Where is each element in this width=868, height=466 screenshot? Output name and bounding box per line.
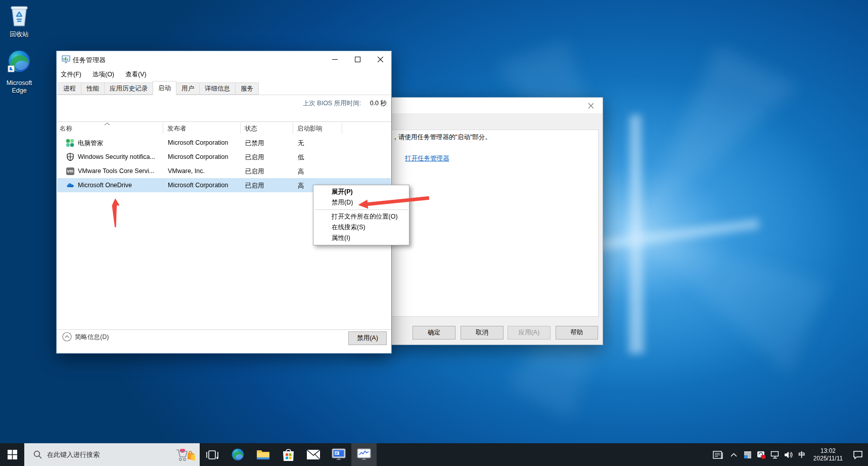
row-status: 已启用 xyxy=(245,153,264,162)
menu-file[interactable]: 文件(F) xyxy=(61,70,81,79)
maximize-button[interactable] xyxy=(346,51,369,68)
start-button[interactable] xyxy=(0,443,24,466)
tray-network-button[interactable] xyxy=(768,451,782,459)
recycle-bin-icon xyxy=(9,4,30,27)
column-separator xyxy=(163,122,163,134)
menu-item-expand[interactable]: 展开(P) xyxy=(313,187,409,197)
tray-clock[interactable]: 13:02 2025/11/11 xyxy=(808,447,848,462)
apply-button: 应用(A) xyxy=(508,326,551,340)
search-placeholder: 在此键入进行搜索 xyxy=(47,450,100,459)
row-publisher: VMware, Inc. xyxy=(168,167,205,175)
grid-icon xyxy=(744,451,752,459)
disable-button[interactable]: 禁用(A) xyxy=(348,331,387,345)
taskbar-store-button[interactable] xyxy=(276,443,301,466)
row-publisher: Microsoft Corporation xyxy=(168,182,229,189)
search-box[interactable]: 在此键入进行搜索 xyxy=(24,443,200,466)
close-icon xyxy=(588,103,594,109)
taskbar-system-config-button[interactable] xyxy=(326,443,351,466)
sync-notification-icon xyxy=(757,450,766,459)
tray-app-grid-button[interactable] xyxy=(741,451,754,459)
cancel-button[interactable]: 取消 xyxy=(461,326,504,340)
notification-bubble-icon xyxy=(853,450,863,459)
tab-services[interactable]: 服务 xyxy=(235,82,259,95)
row-name: Windows Security notifica... xyxy=(78,153,155,160)
row-status: 已禁用 xyxy=(245,139,264,148)
vmware-icon: vm xyxy=(66,167,74,175)
close-button[interactable] xyxy=(369,51,392,68)
minimize-icon xyxy=(332,57,338,62)
menu-item-open-file-location[interactable]: 打开文件所在的位置(O) xyxy=(313,211,409,222)
column-header-status[interactable]: 状态 xyxy=(245,124,257,133)
task-manager-icon xyxy=(357,448,371,461)
desktop-icon-label: Microsoft Edge xyxy=(0,79,38,95)
action-center-button[interactable] xyxy=(848,450,868,459)
security-shield-icon xyxy=(66,153,74,161)
column-header-impact[interactable]: 启动影响 xyxy=(297,124,323,133)
footer-divider xyxy=(57,329,391,330)
tab-processes[interactable]: 进程 xyxy=(58,82,81,95)
bios-time: 上次 BIOS 所用时间: 0.0 秒 xyxy=(303,99,387,108)
header-divider xyxy=(57,121,391,122)
minimize-button[interactable] xyxy=(324,51,346,68)
menu-item-disable[interactable]: 禁用(D) xyxy=(313,197,409,208)
tab-performance[interactable]: 性能 xyxy=(81,82,104,95)
row-publisher: Microsoft Corporation xyxy=(168,139,229,146)
menu-bar: 文件(F) 选项(O) 查看(V) xyxy=(57,68,391,81)
shortcut-arrow-badge xyxy=(8,66,14,72)
row-status: 已启用 xyxy=(245,167,264,176)
menu-options[interactable]: 选项(O) xyxy=(93,70,114,79)
row-impact: 无 xyxy=(298,139,304,148)
menu-item-properties[interactable]: 属性(I) xyxy=(313,233,409,243)
row-name: Microsoft OneDrive xyxy=(78,182,132,189)
desktop-icon-recycle-bin[interactable]: 回收站 xyxy=(0,4,38,38)
network-icon xyxy=(770,451,780,459)
tray-date: 2025/11/11 xyxy=(808,455,848,462)
news-widget-button[interactable] xyxy=(710,450,727,459)
maximize-icon xyxy=(355,57,360,62)
shopping-promo-icon[interactable] xyxy=(175,447,196,463)
system-config-icon xyxy=(332,448,346,461)
tab-startup[interactable]: 启动 xyxy=(153,81,176,95)
dialog-close-button[interactable] xyxy=(583,98,599,113)
news-icon xyxy=(713,450,724,459)
taskbar-edge-button[interactable] xyxy=(225,443,250,466)
speaker-icon xyxy=(784,451,793,459)
chevron-up-icon xyxy=(730,453,737,457)
menu-item-search-online[interactable]: 在线搜索(S) xyxy=(313,222,409,233)
tray-time: 13:02 xyxy=(808,447,848,455)
edge-icon xyxy=(7,50,31,76)
row-status: 已启用 xyxy=(245,182,264,190)
bios-time-value: 0.0 秒 xyxy=(370,100,387,107)
menu-view[interactable]: 查看(V) xyxy=(125,70,147,79)
store-icon xyxy=(282,448,295,461)
details-chevron-icon[interactable] xyxy=(62,332,72,342)
sort-ascending-icon xyxy=(104,122,110,125)
window-title: 任务管理器 xyxy=(73,56,106,65)
context-menu: 展开(P) 禁用(D) 打开文件所在的位置(O) 在线搜索(S) 属性(I) xyxy=(313,185,409,245)
hidden-icons-button[interactable] xyxy=(727,453,741,457)
taskbar-mail-button[interactable] xyxy=(301,443,326,466)
startup-row-pc-manager[interactable]: 电脑管家 Microsoft Corporation 已禁用 无 xyxy=(57,136,391,150)
tray-sync-button[interactable] xyxy=(754,450,768,459)
open-task-manager-link[interactable]: 打开任务管理器 xyxy=(405,154,449,163)
tab-users[interactable]: 用户 xyxy=(176,82,199,95)
tab-app-history[interactable]: 应用历史记录 xyxy=(104,82,153,95)
column-header-publisher[interactable]: 发布者 xyxy=(167,124,187,133)
edge-icon xyxy=(231,448,245,461)
taskbar-file-explorer-button[interactable] xyxy=(250,443,276,466)
column-header-name[interactable]: 名称 xyxy=(60,124,72,133)
startup-row-windows-security[interactable]: Windows Security notifica... Microsoft C… xyxy=(57,150,391,164)
task-view-button[interactable] xyxy=(200,443,225,466)
mail-icon xyxy=(306,449,321,460)
task-view-icon xyxy=(206,449,219,460)
ime-indicator[interactable]: 中 xyxy=(795,450,808,459)
tray-volume-button[interactable] xyxy=(782,451,795,459)
onedrive-cloud-icon xyxy=(66,181,74,189)
startup-row-vmware-tools[interactable]: vm VMware Tools Core Servi... VMware, In… xyxy=(57,164,391,178)
ok-button[interactable]: 确定 xyxy=(413,326,455,340)
help-button[interactable]: 帮助 xyxy=(556,326,598,340)
details-toggle-label[interactable]: 简略信息(D) xyxy=(75,333,109,342)
tab-details[interactable]: 详细信息 xyxy=(199,82,235,95)
taskbar-task-manager-button[interactable] xyxy=(351,443,377,466)
desktop-icon-edge[interactable]: Microsoft Edge xyxy=(0,50,38,95)
